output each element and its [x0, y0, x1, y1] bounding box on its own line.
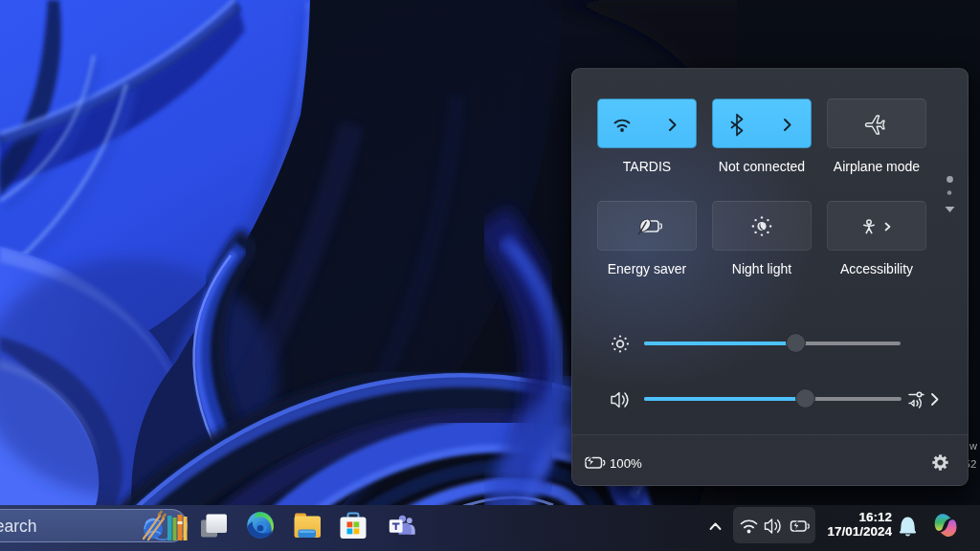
svg-text:w: w: [969, 440, 977, 452]
svg-text:100%: 100%: [610, 456, 642, 471]
